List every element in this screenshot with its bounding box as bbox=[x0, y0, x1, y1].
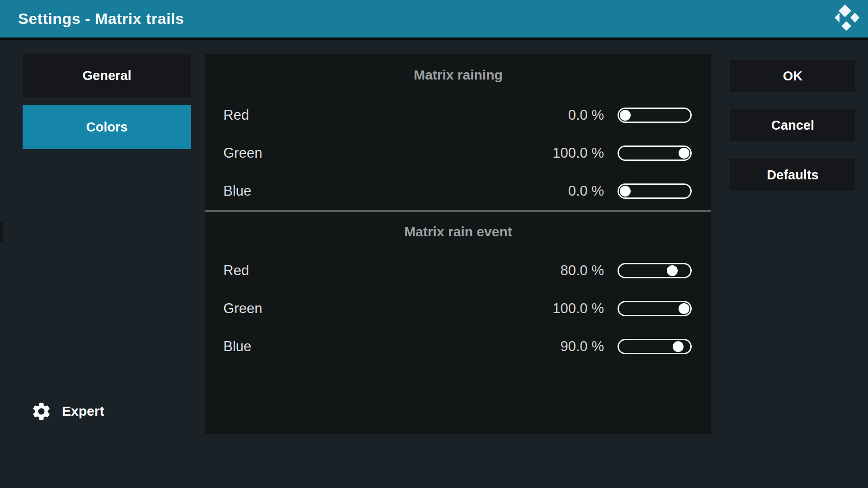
section-title-matrix-rain-event: Matrix rain event bbox=[205, 212, 711, 252]
setting-value: 100.0 % bbox=[545, 145, 604, 161]
slider-raining-blue[interactable] bbox=[618, 183, 692, 199]
dialog-header: Settings - Matrix trails bbox=[0, 0, 868, 38]
slider-knob[interactable] bbox=[679, 148, 689, 159]
setting-row-raining-blue[interactable]: Blue 0.0 % bbox=[205, 172, 711, 210]
setting-value: 0.0 % bbox=[545, 183, 604, 199]
setting-row-event-red[interactable]: Red 80.0 % bbox=[205, 252, 711, 290]
setting-row-event-green[interactable]: Green 100.0 % bbox=[205, 290, 711, 328]
setting-row-raining-green[interactable]: Green 100.0 % bbox=[205, 134, 711, 172]
setting-label: Red bbox=[223, 107, 249, 123]
dialog-title: Settings - Matrix trails bbox=[18, 0, 184, 38]
slider-event-blue[interactable] bbox=[618, 339, 692, 354]
slider-raining-red[interactable] bbox=[618, 108, 692, 123]
slider-knob[interactable] bbox=[667, 265, 678, 276]
setting-value: 80.0 % bbox=[545, 263, 604, 279]
slider-event-green[interactable] bbox=[618, 301, 692, 316]
settings-level-toggle[interactable]: Expert bbox=[31, 399, 104, 423]
kodi-logo-icon bbox=[834, 5, 859, 31]
setting-value: 0.0 % bbox=[545, 107, 604, 123]
slider-knob[interactable] bbox=[620, 186, 631, 197]
setting-label: Red bbox=[223, 263, 249, 279]
setting-label: Green bbox=[223, 300, 262, 317]
setting-label: Blue bbox=[223, 183, 251, 199]
setting-label: Blue bbox=[223, 338, 251, 355]
edge-artifact bbox=[0, 222, 3, 242]
setting-row-raining-red[interactable]: Red 0.0 % bbox=[205, 96, 711, 134]
slider-knob[interactable] bbox=[620, 110, 631, 121]
setting-label: Green bbox=[223, 145, 262, 161]
settings-level-label: Expert bbox=[62, 404, 104, 419]
header-divider bbox=[0, 38, 868, 40]
setting-row-event-blue[interactable]: Blue 90.0 % bbox=[205, 328, 711, 366]
setting-value: 100.0 % bbox=[545, 300, 604, 317]
setting-value: 90.0 % bbox=[545, 338, 604, 355]
slider-raining-green[interactable] bbox=[618, 145, 692, 161]
ok-button[interactable]: OK bbox=[730, 60, 855, 92]
defaults-button[interactable]: Defaults bbox=[730, 159, 855, 191]
sidebar-item-colors[interactable]: Colors bbox=[23, 105, 191, 149]
slider-knob[interactable] bbox=[679, 303, 689, 314]
settings-panel: Matrix raining Red 0.0 % Green 100.0 % B… bbox=[205, 54, 711, 434]
slider-knob[interactable] bbox=[673, 341, 684, 352]
gear-icon bbox=[31, 401, 52, 422]
section-title-matrix-raining: Matrix raining bbox=[205, 54, 711, 96]
cancel-button[interactable]: Cancel bbox=[730, 109, 855, 141]
sidebar-item-general[interactable]: General bbox=[23, 54, 191, 97]
slider-event-red[interactable] bbox=[618, 263, 692, 278]
settings-dialog: Settings - Matrix trails General Colors … bbox=[0, 0, 868, 488]
